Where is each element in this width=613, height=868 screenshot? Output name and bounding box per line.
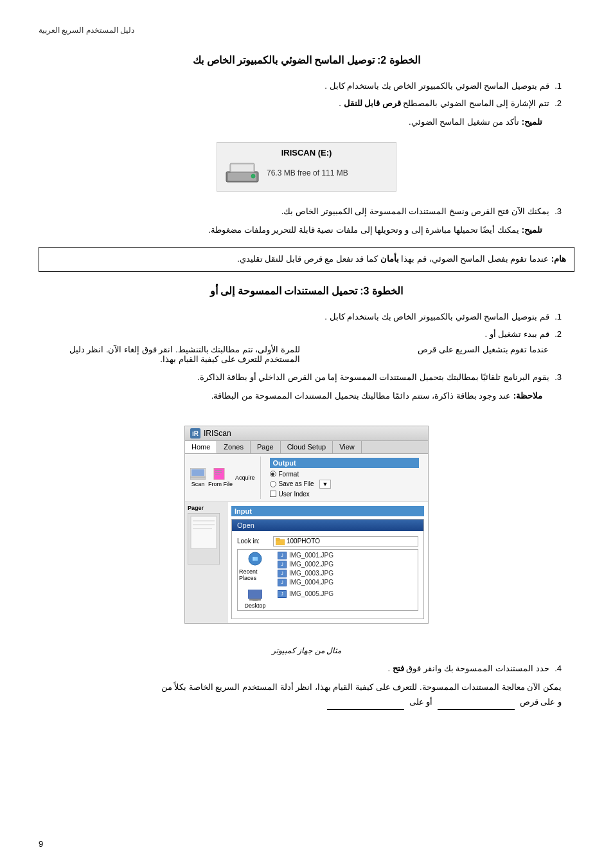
look-in-label: Look in: <box>237 538 269 545</box>
page-header: دليل المستخدم السريع العربية <box>39 26 574 35</box>
scanner-ui-text: 76.3 MB free of 111 MB <box>267 168 348 177</box>
sw-content-area: Pager Input Open <box>185 502 428 623</box>
look-in-input[interactable]: 100PHOTO <box>273 536 418 547</box>
user-index-label: User Index <box>279 491 310 498</box>
scanner-ui-title: IRISCAN (E:) <box>225 148 388 158</box>
file-icon-3: J <box>278 579 287 586</box>
format-radio[interactable] <box>270 471 276 477</box>
svg-rect-19 <box>276 539 285 545</box>
svg-rect-9 <box>190 477 206 480</box>
tab-cloud-setup[interactable]: Cloud Setup <box>281 441 333 453</box>
scanner-image-container: IRISCAN (E:) 76.3 MB free of 111 MB <box>217 142 396 192</box>
toolbar-from-file[interactable]: From File <box>208 468 233 487</box>
file-item-0[interactable]: J IMG_0001.JPG <box>276 551 416 560</box>
save-label: Save as File <box>279 480 314 487</box>
step3-title: الخطوة 3: تحميل المستندات الممسوحة إلى أ… <box>39 285 574 297</box>
file-item-1[interactable]: J IMG_0002.JPG <box>276 560 416 569</box>
file-item-4[interactable]: J IMG_0005.JPG <box>276 590 335 599</box>
sw-toolbar: Scan From File Acquire <box>185 454 428 502</box>
output-options: Format Save as File ▼ User Index <box>270 471 419 498</box>
from-file-label: From File <box>208 481 233 487</box>
tab-home[interactable]: Home <box>185 441 217 453</box>
blank-line-2 <box>327 709 404 710</box>
folder-icon <box>276 538 285 545</box>
file-icon-0: J <box>278 552 287 559</box>
format-row: Format <box>270 471 419 478</box>
step2-tip: تلميح: تأكد من تشغيل الماسح الضوئي. <box>51 116 562 129</box>
app-icon: iR <box>190 428 200 439</box>
look-in-row: Look in: 100PHOTO <box>237 536 418 547</box>
file-list-row2: Desktop J IMG_0005.JPG <box>239 590 416 609</box>
step3-item2: 2. قم ببدء تشغيل أو . <box>51 327 562 341</box>
save-dropdown[interactable]: ▼ <box>319 480 332 489</box>
step2-item2: 2. تتم الإشارة إلى الماسح الضوئي بالمصطل… <box>51 96 562 111</box>
save-as-file-row: Save as File ▼ <box>270 480 419 489</box>
blank-line-1 <box>438 709 515 710</box>
from-file-icon <box>213 468 228 480</box>
scanner-ui: IRISCAN (E:) 76.3 MB free of 111 MB <box>217 142 396 192</box>
pager-label: Pager <box>188 505 224 511</box>
svg-text:iR: iR <box>192 430 199 437</box>
sw-dialog-title: Open <box>232 520 423 531</box>
user-index-check[interactable] <box>270 491 276 497</box>
recent-places-icon <box>246 551 264 566</box>
step3-item1: 1. قم بتوصيل الماسح الضوئي بالكمبيوتر ال… <box>51 310 562 324</box>
page-number: 9 <box>39 839 43 849</box>
step2-title: الخطوة 2: توصيل الماسح الضوئي بالكمبيوتر… <box>39 54 574 66</box>
output-title: Output <box>270 458 419 468</box>
svg-rect-12 <box>215 472 222 473</box>
svg-rect-8 <box>191 469 204 476</box>
format-label: Format <box>279 471 299 478</box>
software-caption: مثال من جهاز كمبيوتر <box>39 646 574 655</box>
sw-file-list: Recent Places J IMG_0001.JPG <box>237 549 418 611</box>
svg-rect-3 <box>231 165 253 171</box>
step3-item3: 3. يقوم البرنامج تلقائيًا بمطالبتك بتحمي… <box>51 370 562 384</box>
svg-rect-25 <box>253 601 258 601</box>
step3-note-left: للمرة الأولى، تتم مطالبتك بالتنشيط. انقر… <box>64 345 300 364</box>
svg-rect-13 <box>215 474 220 475</box>
sw-left-panel: Pager <box>185 502 227 623</box>
step2-tip2: تلميح: يمكنك أيضًا تحميلها مباشرة إلى و … <box>51 224 562 237</box>
step3-note: ملاحظة: عند وجود بطاقة ذاكرة، ستتم دائمً… <box>51 390 562 403</box>
file-icon-2: J <box>278 570 287 577</box>
recent-places: Recent Places <box>239 551 271 587</box>
svg-rect-23 <box>248 590 262 599</box>
step4-item4: 4. حدد المستندات الممسوحة بك وانقر فوق ف… <box>51 662 562 676</box>
svg-rect-24 <box>249 599 261 601</box>
sw-title: IRIScan <box>204 429 231 438</box>
file-item-2[interactable]: J IMG_0003.JPG <box>276 569 416 578</box>
svg-rect-11 <box>215 470 222 471</box>
step3-note-right: عندما تقوم بتشغيل السريع على قرص <box>313 345 549 364</box>
output-section: Output Format Save as File ▼ <box>266 457 423 499</box>
sw-right-panel: Input Open Look in: <box>227 502 428 623</box>
scan-icon <box>190 468 206 480</box>
input-title: Input <box>231 506 424 516</box>
toolbar-acquire: Acquire <box>235 475 255 481</box>
pager-thumbnail <box>188 513 220 565</box>
file-list-area: Recent Places J IMG_0001.JPG <box>239 551 416 587</box>
tab-view[interactable]: View <box>333 441 362 453</box>
step2-item3: 3. يمكنك الآن فتح القرص ونسخ المستندات ا… <box>51 204 562 219</box>
sw-dialog-body: Look in: 100PHOTO <box>232 531 423 619</box>
sw-tabs: Home Zones Page Cloud Setup View <box>185 441 428 454</box>
warning-box: هام: عندما تقوم بفصل الماسح الضوئي، قم ب… <box>39 247 574 272</box>
page-container: دليل المستخدم السريع العربية الخطوة 2: ت… <box>0 0 613 868</box>
file-icon-4: J <box>278 590 287 598</box>
look-in-value: 100PHOTO <box>287 538 320 545</box>
scanner-icon <box>225 160 260 186</box>
user-index-row: User Index <box>270 491 419 498</box>
svg-point-4 <box>251 174 255 178</box>
step4-body: يمكن الآن معالجة المستندات الممسوحة. للت… <box>51 680 562 710</box>
file-item-3[interactable]: J IMG_0004.JPG <box>276 578 416 587</box>
scan-label: Scan <box>191 481 205 487</box>
step2-item1: 1. قم بتوصيل الماسح الضوئي بالكمبيوتر ال… <box>51 79 562 93</box>
scanner-ui-body: 76.3 MB free of 111 MB <box>225 160 388 186</box>
software-screenshot: iR IRIScan Home Zones Page Cloud Setup V… <box>184 426 429 624</box>
file-icon-1: J <box>278 561 287 568</box>
desktop-icon-area: Desktop <box>239 590 271 609</box>
tab-page[interactable]: Page <box>251 441 281 453</box>
save-radio[interactable] <box>270 481 276 487</box>
file-items-list: J IMG_0001.JPG J IMG_0002.JPG <box>276 551 416 587</box>
tab-zones[interactable]: Zones <box>217 441 251 453</box>
toolbar-scan[interactable]: Scan <box>190 468 206 487</box>
